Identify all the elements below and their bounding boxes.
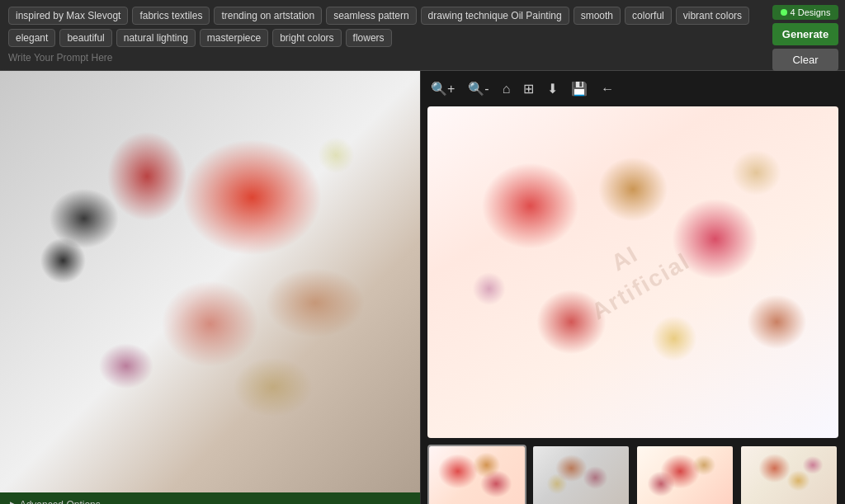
image-toolbar: 🔍+ 🔍- ⌂ ⊞ ⬇ 💾 ← (427, 78, 838, 100)
tag-chip-8[interactable]: elegant (8, 29, 55, 47)
tag-chip-4[interactable]: drawing technique Oil Painting (421, 7, 569, 25)
tag-chip-2[interactable]: trending on artstation (214, 7, 322, 25)
generate-button[interactable]: Generate (772, 23, 838, 45)
thumbnail-1[interactable] (427, 445, 526, 504)
left-panel: ▶ Advanced Options (0, 71, 421, 504)
main-artwork (0, 71, 420, 492)
advanced-options[interactable]: ▶ Advanced Options (0, 492, 420, 504)
right-main-image: AIArtificial (427, 106, 838, 438)
download-button[interactable]: ⬇ (544, 79, 561, 98)
thumbnail-4[interactable] (739, 445, 838, 504)
top-bar: inspired by Max Slevogtfabrics textilest… (0, 0, 845, 71)
thumb-art-1 (429, 446, 525, 504)
thumb-art-4 (741, 446, 837, 504)
thumbnail-strip (427, 445, 838, 504)
main-area: ▶ Advanced Options 🔍+ 🔍- ⌂ ⊞ ⬇ 💾 ← AIArt… (0, 71, 845, 504)
zoom-in-button[interactable]: 🔍+ (427, 79, 458, 98)
thumb-art-2 (533, 446, 629, 504)
zoom-out-button[interactable]: 🔍- (465, 79, 492, 98)
tag-chip-9[interactable]: beautiful (59, 29, 111, 47)
tag-chip-10[interactable]: natural lighting (116, 29, 196, 47)
prompt-input[interactable] (8, 52, 132, 64)
tag-chip-11[interactable]: masterpiece (200, 29, 268, 47)
home-button[interactable]: ⌂ (499, 80, 514, 98)
designs-label: 4 Designs (772, 5, 838, 20)
main-image-container (0, 71, 420, 492)
right-artwork (427, 106, 838, 438)
thumbnail-2[interactable] (531, 445, 630, 504)
tag-chip-12[interactable]: bright colors (272, 29, 341, 47)
right-controls: 4 Designs Generate Clear (772, 5, 838, 71)
tag-chip-0[interactable]: inspired by Max Slevogt (8, 7, 128, 25)
back-button[interactable]: ← (597, 80, 617, 98)
thumb-art-3 (637, 446, 733, 504)
tag-chip-6[interactable]: colorful (625, 7, 672, 25)
tag-chip-13[interactable]: flowers (346, 29, 392, 47)
tag-chip-5[interactable]: smooth (574, 7, 621, 25)
clear-button[interactable]: Clear (772, 49, 838, 71)
thumbnail-3[interactable] (635, 445, 734, 504)
tag-chip-7[interactable]: vibrant colors (676, 7, 749, 25)
status-dot (781, 9, 787, 16)
fit-button[interactable]: ⊞ (520, 79, 537, 98)
tag-chip-3[interactable]: seamless pattern (326, 7, 416, 25)
tags-area: inspired by Max Slevogtfabrics textilest… (8, 7, 771, 47)
right-panel: 🔍+ 🔍- ⌂ ⊞ ⬇ 💾 ← AIArtificial (421, 71, 845, 504)
tag-chip-1[interactable]: fabrics textiles (132, 7, 210, 25)
advanced-options-label: ▶ Advanced Options (10, 499, 101, 504)
save-button[interactable]: 💾 (568, 79, 591, 98)
